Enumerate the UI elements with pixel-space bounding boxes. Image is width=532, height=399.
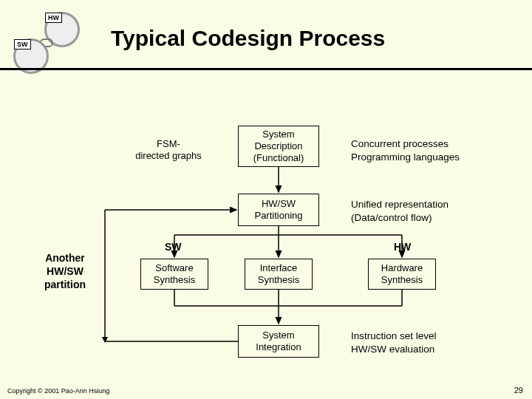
hw-tag: HW (45, 13, 62, 23)
hw-path-label: HW (394, 241, 411, 253)
sw-tag: SW (14, 39, 31, 50)
fsm-text: FSM- directed graphs (135, 138, 202, 163)
box-hardware-synthesis: Hardware Synthesis (368, 259, 436, 290)
page-title: Typical Codesign Process (111, 26, 385, 51)
box-interface-synthesis: Interface Synthesis (245, 259, 313, 290)
partition-text: HW/SW Partitioning (243, 198, 314, 222)
swsyn-text: Software Synthesis (146, 262, 203, 287)
title-underline (0, 68, 532, 70)
note-partition: Unified representation (Data/control flo… (351, 198, 449, 224)
hwsyn-text: Hardware Synthesis (373, 262, 431, 287)
note-description: Concurrent processes Programming languag… (351, 137, 460, 163)
box-partitioning: HW/SW Partitioning (238, 194, 319, 226)
copyright: Copyright © 2001 Pao-Ann Hsiung (7, 387, 109, 395)
sysdesc-text: System Description (Functional) (243, 129, 314, 165)
integ-text: System Integration (243, 330, 314, 354)
sw-path-label: SW (165, 241, 182, 253)
page-number: 29 (514, 386, 523, 395)
box-software-synthesis: Software Synthesis (140, 259, 208, 290)
another-partition-label: Another HW/SW partition (35, 251, 95, 292)
note-integration: Instruction set level HW/SW evaluation (351, 330, 437, 355)
svg-marker-14 (102, 337, 108, 343)
ifsyn-text: Interface Synthesis (250, 262, 307, 287)
box-system-description: System Description (Functional) (238, 126, 319, 167)
fsm-label: FSM- directed graphs (120, 133, 216, 167)
box-system-integration: System Integration (238, 325, 319, 358)
hw-sw-emblem: HW SW (7, 7, 96, 74)
